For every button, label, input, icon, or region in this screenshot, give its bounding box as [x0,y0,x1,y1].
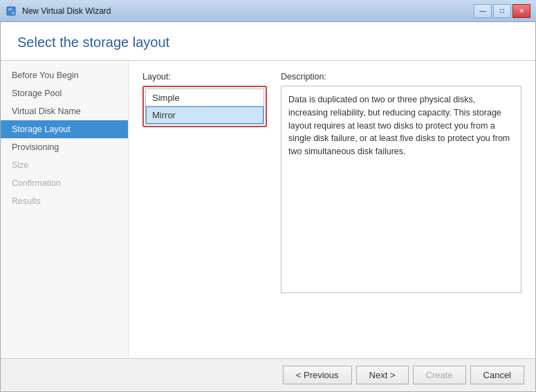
sidebar-item-results: Results [1,192,128,210]
layout-section: Layout: Simple Mirror [142,72,267,347]
create-button: Create [413,366,466,384]
title-bar: New Virtual Disk Wizard — □ ✕ [0,0,536,22]
maximize-button[interactable]: □ [493,4,511,18]
description-text: Data is duplicated on two or three physi… [288,95,510,156]
description-label: Description: [281,72,521,82]
sidebar-item-virtual-disk-name[interactable]: Virtual Disk Name [1,102,128,120]
wizard-content: Before You Begin Storage Pool Virtual Di… [1,61,535,358]
sidebar-item-storage-layout[interactable]: Storage Layout [1,120,128,138]
sidebar-item-provisioning[interactable]: Provisioning [1,138,128,156]
cancel-button[interactable]: Cancel [470,366,524,384]
layout-option-simple[interactable]: Simple [146,89,264,106]
disk-icon [6,6,17,17]
layout-option-mirror[interactable]: Mirror [146,106,264,124]
sidebar-item-size: Size [1,156,128,174]
wizard-footer: < Previous Next > Create Cancel [1,358,535,391]
layout-listbox: Simple Mirror [145,88,264,124]
sidebar-item-storage-pool[interactable]: Storage Pool [1,84,128,102]
sidebar-item-confirmation: Confirmation [1,174,128,192]
description-section: Description: Data is duplicated on two o… [281,72,521,347]
close-button[interactable]: ✕ [512,4,530,18]
sidebar: Before You Begin Storage Pool Virtual Di… [1,61,129,358]
main-panel: Layout: Simple Mirror Description: Data … [129,61,535,358]
title-bar-text: New Virtual Disk Wizard [22,6,111,16]
svg-point-2 [12,12,15,15]
minimize-button[interactable]: — [474,4,492,18]
layout-label: Layout: [142,72,267,82]
page-title: Select the storage layout [17,35,519,50]
wizard-body: Select the storage layout Before You Beg… [0,22,536,392]
sidebar-item-before-you-begin[interactable]: Before You Begin [1,66,128,84]
title-bar-left: New Virtual Disk Wizard [6,6,111,17]
next-button[interactable]: Next > [356,366,409,384]
svg-rect-1 [8,8,12,10]
title-bar-buttons: — □ ✕ [474,4,530,18]
description-box: Data is duplicated on two or three physi… [281,86,521,293]
wizard-header: Select the storage layout [1,22,535,61]
layout-listbox-wrapper: Simple Mirror [142,86,267,127]
previous-button[interactable]: < Previous [283,366,352,384]
